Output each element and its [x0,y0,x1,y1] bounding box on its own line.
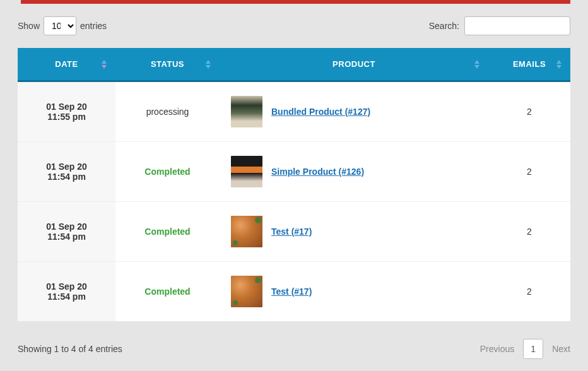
emails-cell: 2 [488,262,570,321]
search-label: Search: [429,21,459,31]
date-value-line1: 01 Sep 20 [24,221,109,232]
table-body: 01 Sep 2011:55 pmprocessingBundled Produ… [18,82,570,321]
sort-icon [474,60,479,69]
date-value-line1: 01 Sep 20 [24,162,109,172]
column-header-label: PRODUCT [332,59,375,69]
status-value: Completed [144,227,190,237]
date-cell: 01 Sep 2011:54 pm [18,142,115,202]
product-cell: Bundled Product (#127) [220,82,488,142]
table-row: 01 Sep 2011:54 pmCompletedTest (#17)2 [18,262,570,321]
svg-marker-4 [474,60,479,64]
product-thumbnail[interactable] [231,276,262,307]
svg-marker-1 [102,65,107,69]
column-header-product[interactable]: PRODUCT [220,48,488,82]
product-wrap: Test (#17) [231,216,482,247]
sort-icon-active-desc [102,60,107,69]
date-value-line2: 11:55 pm [24,112,109,122]
date-value-line1: 01 Sep 20 [24,102,109,112]
sort-icon [556,60,562,69]
product-cell: Simple Product (#126) [220,142,488,202]
status-value: Completed [144,286,190,297]
alert-bar [21,0,570,4]
date-value-line1: 01 Sep 20 [24,281,109,292]
table-row: 01 Sep 2011:54 pmCompletedTest (#17)2 [18,202,570,262]
table-footer: Showing 1 to 4 of 4 entries Previous 1 N… [18,339,570,359]
table-header-row: DATE STATUS PRODUCT [18,48,570,82]
table-row: 01 Sep 2011:55 pmprocessingBundled Produ… [18,82,570,142]
table-row: 01 Sep 2011:54 pmCompletedSimple Product… [18,142,570,202]
show-entries-control: Show 10 entries [18,16,107,35]
status-value: processing [146,107,189,117]
previous-button[interactable]: Previous [480,344,514,354]
product-thumbnail[interactable] [231,216,262,247]
svg-marker-7 [556,65,562,69]
search-input[interactable] [464,16,570,35]
product-cell: Test (#17) [220,202,488,262]
next-button[interactable]: Next [552,344,570,354]
search-control: Search: [429,16,570,35]
status-cell: Completed [115,262,220,321]
status-cell: processing [115,82,220,142]
entries-select[interactable]: 10 [44,16,76,35]
column-header-emails[interactable]: EMAILS [488,48,570,82]
svg-marker-3 [206,65,211,69]
emails-cell: 2 [488,202,570,262]
column-header-status[interactable]: STATUS [115,48,220,82]
product-link[interactable]: Simple Product (#126) [271,167,364,177]
emails-cell: 2 [488,82,570,142]
sort-icon [206,60,211,69]
product-wrap: Bundled Product (#127) [231,96,482,127]
date-cell: 01 Sep 2011:54 pm [18,262,115,321]
svg-marker-0 [102,60,107,64]
svg-marker-5 [474,65,479,69]
product-cell: Test (#17) [220,262,488,321]
show-prefix-label: Show [18,21,40,31]
table-controls: Show 10 entries Search: [18,16,570,35]
product-link[interactable]: Test (#17) [271,286,312,297]
product-wrap: Simple Product (#126) [231,156,482,187]
emails-cell: 2 [488,142,570,202]
page-number-current[interactable]: 1 [523,339,543,359]
date-cell: 01 Sep 2011:54 pm [18,202,115,262]
product-link[interactable]: Bundled Product (#127) [271,107,370,117]
pagination: Previous 1 Next [480,339,570,359]
status-cell: Completed [115,142,220,202]
status-cell: Completed [115,202,220,262]
date-value-line2: 11:54 pm [24,292,109,302]
orders-table: DATE STATUS PRODUCT [18,48,570,321]
svg-marker-6 [556,60,562,64]
column-header-date[interactable]: DATE [18,48,115,82]
date-cell: 01 Sep 2011:55 pm [18,82,115,142]
column-header-label: EMAILS [513,59,546,69]
product-thumbnail[interactable] [231,156,262,187]
date-value-line2: 11:54 pm [24,232,109,242]
page-container: Show 10 entries Search: DATE S [0,0,588,371]
svg-marker-2 [206,60,211,64]
show-suffix-label: entries [80,21,107,31]
date-value-line2: 11:54 pm [24,172,109,182]
column-header-label: DATE [55,59,78,69]
product-thumbnail[interactable] [231,96,262,127]
product-wrap: Test (#17) [231,276,482,307]
column-header-label: STATUS [151,59,184,69]
entries-info: Showing 1 to 4 of 4 entries [18,344,122,354]
status-value: Completed [144,167,190,177]
product-link[interactable]: Test (#17) [271,227,312,237]
